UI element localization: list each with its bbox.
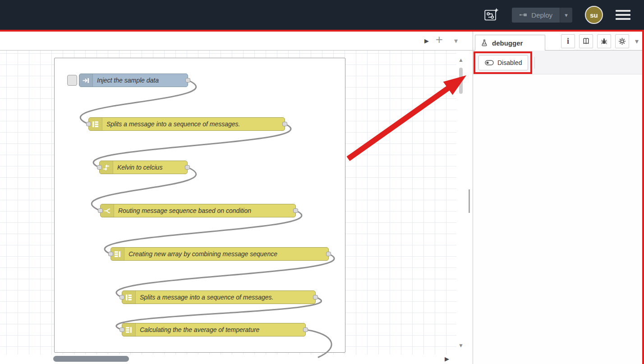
scroll-right-icon[interactable]: ▶ bbox=[445, 356, 449, 362]
main-menu-icon[interactable] bbox=[616, 8, 630, 22]
flask-icon bbox=[481, 39, 488, 46]
gutter-scrollbar-thumb[interactable] bbox=[469, 189, 470, 213]
debugger-panel-body bbox=[473, 74, 644, 364]
sidebar: debugger i bbox=[473, 32, 644, 364]
disabled-label: Disabled bbox=[497, 59, 522, 66]
port-out[interactable] bbox=[282, 122, 287, 126]
port-out[interactable] bbox=[293, 208, 298, 213]
tab-help-button[interactable] bbox=[579, 34, 593, 48]
header-actions: Deploy ▾ su bbox=[484, 0, 630, 30]
tab-debugger[interactable]: debugger bbox=[475, 35, 545, 51]
port-in[interactable] bbox=[86, 122, 91, 126]
debugger-toolbar: Disabled bbox=[473, 51, 644, 74]
flow-node[interactable]: Kelvin to celcius bbox=[99, 161, 188, 174]
tab-scroll-right-icon[interactable]: ▶ bbox=[424, 38, 429, 44]
flow-node[interactable]: Inject the sample data bbox=[79, 74, 188, 87]
scroll-down-icon[interactable]: ▼ bbox=[458, 343, 464, 348]
flow-node[interactable]: Creating new array by combining message … bbox=[110, 247, 329, 261]
bug-icon bbox=[600, 37, 608, 45]
port-out[interactable] bbox=[326, 252, 331, 256]
deploy-button[interactable]: Deploy ▾ bbox=[512, 8, 572, 23]
flow-node[interactable]: Routing message sequence based on condit… bbox=[100, 204, 296, 217]
deploy-icon bbox=[519, 12, 527, 18]
port-out[interactable] bbox=[185, 78, 190, 83]
sidebar-menu-caret[interactable]: ▾ bbox=[635, 37, 639, 46]
port-in[interactable] bbox=[97, 165, 102, 170]
add-flow-button[interactable]: + bbox=[436, 34, 443, 46]
port-in[interactable] bbox=[120, 327, 124, 332]
tab-config-button[interactable] bbox=[615, 34, 629, 48]
flow-node[interactable]: Splits a message into a sequence of mess… bbox=[122, 290, 316, 304]
scroll-up-icon[interactable]: ▲ bbox=[458, 57, 464, 63]
gear-icon bbox=[618, 37, 626, 45]
port-out[interactable] bbox=[303, 327, 308, 332]
tab-debug-button[interactable] bbox=[597, 34, 611, 48]
port-out[interactable] bbox=[313, 295, 318, 299]
inject-icon bbox=[79, 74, 93, 87]
tab-info-button[interactable]: i bbox=[561, 34, 575, 48]
node-label: Splits a message into a sequence of mess… bbox=[102, 118, 285, 130]
node-label: Routing message sequence based on condit… bbox=[114, 204, 295, 217]
flows-sparkle-icon[interactable] bbox=[484, 7, 499, 23]
node-label: Creating new array by combining message … bbox=[124, 248, 328, 260]
port-out[interactable] bbox=[185, 165, 190, 170]
node-label: Calculating the the average of temperatu… bbox=[136, 323, 305, 336]
port-in[interactable] bbox=[98, 208, 103, 213]
toggle-icon bbox=[485, 60, 494, 65]
port-in[interactable] bbox=[108, 252, 113, 256]
horizontal-scrollbar-thumb[interactable] bbox=[53, 356, 129, 362]
annotation-line-right bbox=[642, 30, 644, 364]
sidebar-tab-buttons: i bbox=[561, 34, 639, 48]
flow-node[interactable]: Splits a message into a sequence of mess… bbox=[88, 117, 285, 131]
user-avatar[interactable]: su bbox=[585, 6, 603, 24]
node-red-editor: Deploy ▾ su ▶ + ▾ Inject the sample data… bbox=[0, 0, 644, 364]
inject-run-button[interactable] bbox=[67, 75, 77, 86]
flow-list-dropdown-icon[interactable]: ▾ bbox=[454, 37, 458, 45]
port-in[interactable] bbox=[120, 295, 124, 299]
toolbar-separator bbox=[534, 57, 535, 69]
header: Deploy ▾ su bbox=[0, 0, 644, 30]
node-label: Kelvin to celcius bbox=[113, 161, 187, 174]
node-label: Inject the sample data bbox=[93, 74, 188, 87]
flow-node[interactable]: Calculating the the average of temperatu… bbox=[122, 323, 306, 336]
node-label: Splits a message into a sequence of mess… bbox=[136, 291, 315, 304]
debugger-disabled-toggle[interactable]: Disabled bbox=[478, 55, 528, 70]
workspace-tabbar: ▶ + ▾ bbox=[0, 32, 473, 51]
annotation-line-top bbox=[0, 30, 644, 32]
vertical-scrollbar-thumb[interactable] bbox=[459, 68, 463, 94]
tab-debugger-label: debugger bbox=[492, 39, 523, 47]
sidebar-tabbar: debugger i bbox=[473, 32, 644, 51]
deploy-options-caret[interactable]: ▾ bbox=[560, 8, 572, 23]
book-icon bbox=[582, 37, 590, 45]
deploy-label: Deploy bbox=[531, 11, 552, 19]
